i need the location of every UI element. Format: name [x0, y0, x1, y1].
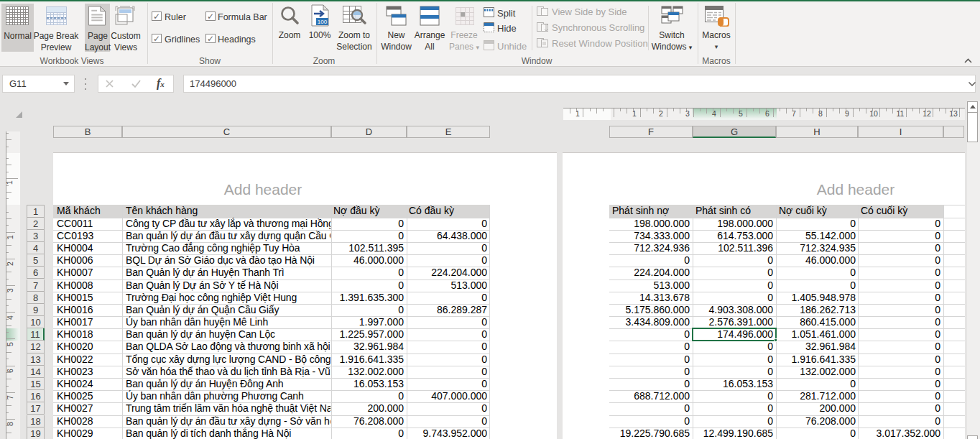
- svg-text:100: 100: [318, 19, 328, 25]
